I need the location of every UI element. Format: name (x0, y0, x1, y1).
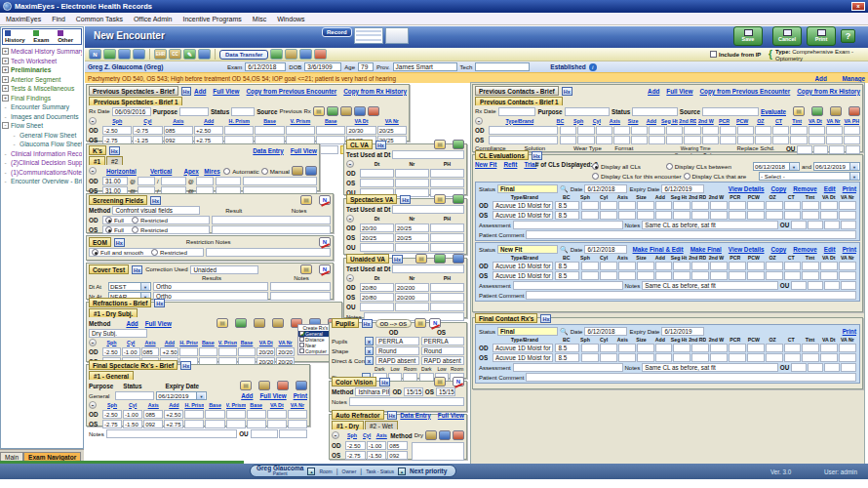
os-cell[interactable]: 20/80 (360, 293, 394, 302)
column-header[interactable]: Sph (570, 118, 587, 125)
date-field[interactable]: 6/12/2018 (584, 327, 627, 336)
column-header[interactable]: Axis (164, 118, 193, 125)
os-cell[interactable] (766, 353, 783, 362)
od-cell[interactable] (618, 262, 636, 270)
data-grid-icon[interactable]: ▤ (415, 254, 427, 264)
column-header[interactable]: Cyl (133, 118, 162, 125)
graph-icon[interactable] (453, 194, 464, 204)
automatic-radio[interactable]: Automatic (223, 168, 259, 175)
edit-link[interactable]: Edit (824, 185, 836, 192)
sidebar-item-final-findings[interactable]: +Final Findings (2, 94, 82, 103)
column-header[interactable]: Cyl (360, 432, 374, 439)
sidebar-item-encounter-summary[interactable]: -Encounter Summary (2, 102, 82, 112)
ou-cell[interactable] (808, 281, 823, 290)
od-cell[interactable]: -2.50 (102, 347, 121, 356)
sidebar-item-medical-history[interactable]: +Medical History Summary (2, 47, 82, 57)
od-cell[interactable] (288, 410, 307, 419)
od-cell[interactable] (790, 126, 807, 135)
od-cell[interactable]: 085 (143, 410, 163, 419)
clear-button[interactable]: x (365, 346, 374, 355)
os-cell[interactable] (655, 271, 673, 280)
sidebar-item-images-documents[interactable]: -Images and Documents (2, 112, 82, 122)
os-cell[interactable] (618, 353, 636, 362)
od-cell[interactable] (637, 262, 654, 270)
os-bc-field[interactable]: 8.5 (555, 353, 579, 362)
world-icon[interactable] (103, 49, 116, 60)
collapse-button[interactable]: - (346, 274, 354, 282)
os-cell[interactable] (691, 353, 709, 362)
data-grid-icon[interactable]: ▤ (300, 264, 312, 274)
od-cell[interactable] (673, 201, 690, 210)
od-cell[interactable] (747, 201, 765, 210)
column-header[interactable]: Axis (143, 402, 163, 409)
os-cell[interactable]: 092 (143, 420, 163, 428)
os-cell[interactable] (205, 420, 224, 428)
clear-button[interactable]: x (365, 337, 374, 346)
record-grid-icon[interactable] (385, 27, 409, 44)
os-cell[interactable] (288, 420, 307, 428)
graph-icon[interactable] (453, 140, 464, 149)
hx-icon[interactable]: Hx (392, 255, 403, 264)
od-cell[interactable] (637, 344, 654, 352)
column-header[interactable]: Axis (375, 432, 388, 439)
status-field[interactable]: Final (497, 327, 558, 336)
copy-prev-encounter-link[interactable]: Copy from Previous Encounter (247, 88, 337, 95)
os-cell[interactable]: -1.50 (367, 451, 387, 460)
tab-previous-contacts-1[interactable]: Previous Contacts - Brief 1 (475, 97, 563, 105)
od-k1-field[interactable]: 31.00 (102, 177, 128, 185)
od-cell[interactable] (691, 201, 709, 210)
pupils-os-field[interactable]: PERRLA (421, 337, 465, 346)
bottom-patient[interactable]: Greg GlaucomaPatient (256, 466, 303, 477)
print-link[interactable]: Print (843, 246, 856, 253)
sidebar-item-tests-misc[interactable]: +Tests & Miscellaneous (2, 84, 82, 94)
od-cell[interactable] (637, 201, 654, 210)
os-cell[interactable] (802, 353, 819, 362)
od-cell[interactable] (267, 410, 287, 419)
correction-used-field[interactable]: Unaided (190, 265, 258, 274)
record-list[interactable] (354, 27, 383, 44)
appointments-icon[interactable] (133, 49, 145, 60)
sidebar-item-anterior-segment[interactable]: +Anterior Segment (2, 75, 82, 85)
od-cell[interactable] (247, 410, 266, 419)
room-label[interactable]: Room (319, 468, 332, 474)
od-cell[interactable] (729, 262, 746, 270)
graph-icon[interactable] (327, 106, 338, 116)
data-grid-icon[interactable]: ▤ (300, 195, 312, 205)
os-cell[interactable]: -2.75 (102, 420, 122, 428)
alert-add-link[interactable]: Add (815, 75, 827, 82)
od-brand-field[interactable] (489, 126, 558, 135)
sidebar-item-encounter-overview[interactable]: -Encounter Overview - Brief (2, 177, 82, 186)
column-header[interactable]: VA Nr (276, 340, 295, 346)
ou-cell[interactable] (841, 281, 856, 290)
tab-autorefractor-dry[interactable]: #1 - Dry (332, 421, 364, 429)
status-field[interactable]: New Fit (497, 245, 558, 254)
od-cell[interactable] (720, 126, 736, 135)
copy-forward-icon[interactable] (258, 381, 270, 390)
cancel-button[interactable]: Cancel (772, 26, 802, 46)
sidebar-item-general-flow-sheet[interactable]: -General Flow Sheet (2, 131, 82, 141)
graph-icon[interactable] (235, 318, 247, 328)
os-cell[interactable] (226, 420, 246, 428)
os-brand-field[interactable]: Acuvue 1D Moist for A (493, 271, 553, 280)
rx-date-field[interactable] (498, 107, 536, 116)
notes-field[interactable]: Same CL as before, sat fit (642, 221, 778, 229)
sidebar-item-preliminaries[interactable]: +Preliminaries (2, 65, 82, 75)
notes-field[interactable]: Same CL as before, sat fit (642, 281, 778, 290)
column-header[interactable]: Seg Ht (661, 118, 679, 125)
column-header[interactable]: VA Nr (377, 118, 407, 125)
od-restricted-radio[interactable]: Restricted (132, 217, 168, 224)
column-header[interactable]: 2nd W (697, 118, 715, 125)
os-cell[interactable] (577, 136, 594, 144)
rx-date-field[interactable]: 06/09/2016 (112, 107, 151, 116)
os-cell[interactable] (267, 420, 287, 428)
od-cell[interactable] (666, 126, 683, 135)
os-cell[interactable] (655, 211, 673, 220)
remove-link[interactable]: Remove (793, 246, 817, 253)
user-icon[interactable] (314, 49, 327, 60)
expand-icon[interactable]: + (2, 85, 9, 92)
ou-cell[interactable] (808, 363, 823, 372)
os-cell[interactable] (666, 136, 683, 144)
od-cell[interactable] (360, 169, 394, 178)
od-cell[interactable] (729, 201, 746, 210)
expand-icon[interactable]: + (2, 76, 9, 83)
